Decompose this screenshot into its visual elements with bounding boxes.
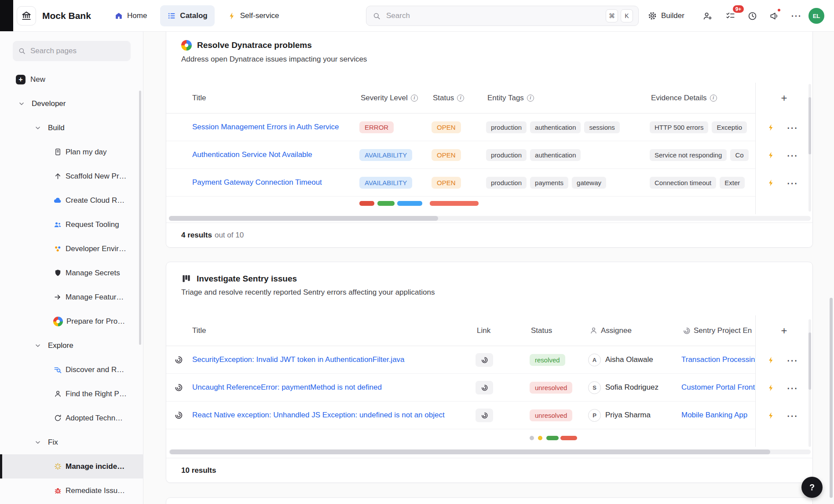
primary-nav: Home Catalog Self-service: [107, 5, 286, 26]
evidence-pill: Exceptio: [712, 121, 747, 133]
sidebar-item-create-cloud[interactable]: Create Cloud R…: [0, 188, 143, 212]
sidebar-section-explore[interactable]: Explore: [0, 333, 143, 358]
sidebar-item-plan-my-day[interactable]: Plan my day: [0, 140, 143, 164]
assignee-name: Aisha Olawale: [605, 355, 653, 364]
sentry-icon: [174, 355, 191, 364]
nav-self-service[interactable]: Self-service: [221, 5, 286, 26]
nav-catalog[interactable]: Catalog: [160, 5, 214, 26]
arrow-right-icon: [53, 293, 62, 302]
lightning-icon: [228, 12, 236, 20]
top-navbar: Mock Bank Home Catalog Self-service ⌘ K …: [0, 0, 834, 32]
announcements-button[interactable]: [766, 8, 782, 24]
sidebar-item-manage-features[interactable]: Manage Featur…: [0, 285, 143, 309]
info-icon[interactable]: i: [710, 95, 717, 102]
note-icon: [53, 148, 62, 157]
info-icon[interactable]: i: [457, 95, 464, 102]
table-row[interactable]: React Native exception: Unhandled JS Exc…: [166, 402, 812, 429]
run-action-icon[interactable]: [767, 124, 775, 131]
sentry-link-button[interactable]: [476, 409, 493, 422]
evidence-pill: HTTP 500 errors: [650, 121, 708, 133]
status-badge: unresolved: [530, 382, 572, 394]
sidebar-item-new[interactable]: + New: [0, 67, 143, 91]
chevron-down-icon: [34, 342, 42, 350]
sidebar-item-prepare-for-production[interactable]: Prepare for Pro…: [0, 309, 143, 333]
sidebar-section-developer[interactable]: Developer: [0, 91, 143, 116]
clipped-badge: [397, 201, 422, 206]
history-button[interactable]: [744, 8, 760, 24]
run-action-icon[interactable]: [767, 356, 775, 364]
issue-link[interactable]: Uncaught ReferenceError: paymentMethod i…: [192, 383, 382, 391]
sidebar-search-input[interactable]: [30, 47, 128, 55]
person-icon: [53, 390, 62, 398]
vertical-scrollbar[interactable]: [808, 319, 811, 447]
invite-user-button[interactable]: [699, 8, 715, 24]
tasks-button[interactable]: 9+: [722, 8, 738, 24]
catalog-icon: [167, 11, 176, 20]
tag-pill: production: [486, 121, 527, 133]
table-row[interactable]: Payment Gateway Connection Timeout AVAIL…: [166, 169, 812, 197]
add-column-button[interactable]: +: [755, 83, 812, 113]
tag-pill: payments: [530, 177, 568, 189]
issue-link[interactable]: React Native exception: Unhandled JS Exc…: [192, 411, 445, 419]
table-row[interactable]: Uncaught ReferenceError: paymentMethod i…: [166, 374, 812, 402]
sidebar-item-scaffold-new[interactable]: Scaffold New Pr…: [0, 164, 143, 188]
clipped-badge: [530, 436, 534, 440]
page-scrollbar[interactable]: [830, 298, 833, 498]
horizontal-scrollbar[interactable]: [169, 216, 811, 221]
vertical-scrollbar[interactable]: [808, 84, 811, 212]
entity-link[interactable]: Session Management Errors in Auth Servic…: [192, 123, 339, 131]
brand-logo[interactable]: [17, 6, 36, 26]
next-widget-card: [166, 497, 813, 504]
sidebar-section-build[interactable]: Build: [0, 116, 143, 140]
add-column-button[interactable]: +: [755, 315, 812, 346]
sidebar-item-adopted-technologies[interactable]: Adopted Techn…: [0, 406, 143, 430]
more-button[interactable]: ⋯: [788, 8, 804, 24]
project-link[interactable]: Mobile Banking App: [681, 411, 747, 419]
table-row[interactable]: Session Management Errors in Auth Servic…: [166, 113, 812, 141]
global-search-input[interactable]: [386, 11, 603, 20]
sidebar-item-manage-secrets[interactable]: Manage Secrets: [0, 261, 143, 285]
sidebar-item-developer-environments[interactable]: Developer Envir…: [0, 237, 143, 261]
global-search[interactable]: ⌘ K: [366, 6, 639, 26]
issue-link[interactable]: SecurityException: Invalid JWT token in …: [192, 355, 405, 364]
sidebar-item-remediate-issues[interactable]: Remediate Issu…: [0, 478, 143, 503]
horizontal-scrollbar[interactable]: [169, 449, 811, 454]
run-action-icon[interactable]: [767, 179, 775, 187]
sidebar-item-request-tooling[interactable]: Request Tooling: [0, 212, 143, 237]
dots-icon: [53, 245, 62, 253]
sidebar-item-manage-incidents[interactable]: Manage incide…: [0, 454, 143, 478]
team-icon: [53, 220, 62, 229]
project-link[interactable]: Customer Portal Front: [681, 383, 755, 391]
sentry-link-button[interactable]: [476, 353, 493, 367]
run-action-icon[interactable]: [767, 151, 775, 159]
project-link[interactable]: Transaction Processin: [681, 355, 755, 364]
sidebar: + New Developer Build Plan my day Scaffo…: [0, 32, 143, 504]
spark-icon: [53, 462, 62, 471]
clipped-badge: [359, 201, 374, 206]
user-avatar[interactable]: EL: [808, 8, 824, 24]
table-row[interactable]: SecurityException: Invalid JWT token in …: [166, 346, 812, 374]
entity-link[interactable]: Authentication Service Not Available: [192, 150, 312, 159]
pinwheel-icon: [53, 317, 63, 326]
run-action-icon[interactable]: [767, 412, 775, 420]
info-icon[interactable]: i: [411, 95, 418, 102]
run-action-icon[interactable]: [767, 384, 775, 392]
sidebar-item-find-platform[interactable]: Find the Right P…: [0, 382, 143, 406]
brand-name: Mock Bank: [42, 0, 91, 32]
tag-pill: sessions: [584, 121, 619, 133]
sidebar-item-discover[interactable]: Discover and R…: [0, 358, 143, 382]
status-badge: OPEN: [432, 121, 461, 133]
entity-link[interactable]: Payment Gateway Connection Timeout: [192, 178, 322, 186]
clipped-badge: [430, 201, 479, 206]
help-button[interactable]: ?: [801, 477, 823, 498]
nav-home[interactable]: Home: [107, 5, 154, 26]
builder-button[interactable]: Builder: [647, 0, 684, 32]
sentry-link-button[interactable]: [476, 381, 493, 394]
sidebar-search[interactable]: [13, 41, 131, 61]
info-icon[interactable]: i: [527, 95, 534, 102]
table-row[interactable]: Authentication Service Not Available AVA…: [166, 141, 812, 169]
sidebar-scrollbar[interactable]: [139, 91, 141, 345]
sentry-widget: Investigate Sentry issues Triage and res…: [166, 262, 813, 483]
sidebar-section-fix[interactable]: Fix: [0, 430, 143, 454]
status-badge: OPEN: [432, 149, 461, 161]
